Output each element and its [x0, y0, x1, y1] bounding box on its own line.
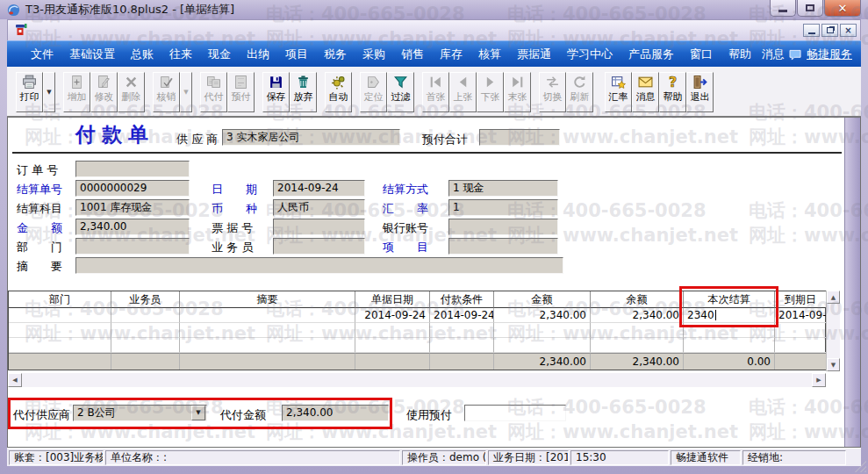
grid-cell[interactable]	[591, 338, 684, 353]
date-field[interactable]: 2014-09-24	[273, 180, 365, 197]
menu-item-总账[interactable]: 总账	[123, 42, 161, 67]
grid-header-cell[interactable]: 部门	[9, 291, 111, 308]
grid-cell[interactable]	[180, 308, 355, 323]
settle-method-field[interactable]: 1 现金	[448, 180, 558, 197]
grid-header-cell[interactable]: 本次结算	[684, 291, 775, 308]
resize-grip[interactable]	[855, 461, 866, 472]
grid-cell[interactable]	[430, 338, 494, 353]
grid-cell[interactable]	[180, 338, 355, 353]
grid-cell[interactable]: 2014-09-24	[355, 308, 430, 323]
grid-cell[interactable]	[355, 323, 430, 338]
menu-item-产品服务[interactable]: 产品服务	[621, 42, 682, 67]
grid-header-cell[interactable]: 金额	[494, 291, 591, 308]
grid-cell[interactable]	[9, 308, 111, 323]
menu-item-基础设置[interactable]: 基础设置	[61, 42, 123, 67]
scroll-up-button[interactable]: ▲	[827, 291, 840, 304]
dropdown-arrow-icon[interactable]: ▼	[191, 406, 205, 420]
grid-header-cell[interactable]: 单据日期	[355, 291, 430, 308]
supplier-field[interactable]: 3 实木家居公司	[222, 129, 400, 146]
vertical-scrollbar[interactable]: ▲ ▼	[826, 291, 840, 371]
menu-item-帮助[interactable]: 帮助	[721, 42, 759, 67]
grid-cell[interactable]	[9, 338, 111, 353]
scroll-left-button[interactable]: ◀	[8, 373, 22, 387]
bill-no-field[interactable]	[273, 219, 365, 235]
editing-cell-settlement-amount[interactable]: 2340	[684, 308, 775, 323]
menu-item-学习中心[interactable]: 学习中心	[559, 42, 621, 67]
toolbar-button-printer[interactable]: 打印	[16, 72, 43, 112]
toolbar-button-rate[interactable]: 汇率	[605, 72, 632, 112]
child-restore-button[interactable]	[821, 24, 838, 37]
menu-item-税务[interactable]: 税务	[316, 42, 355, 67]
currency-field[interactable]: 人民币	[273, 199, 365, 216]
grid-cell[interactable]: 2014-09-24	[775, 308, 827, 323]
child-close-button[interactable]: ×	[840, 24, 857, 37]
department-field[interactable]	[75, 238, 190, 255]
grid-header-cell[interactable]: 付款条件	[430, 291, 494, 308]
menu-item-销售[interactable]: 销售	[393, 42, 432, 67]
toolbar-button-auto[interactable]: 自动	[325, 72, 352, 112]
horizontal-scrollbar[interactable]: ◀ ▶	[8, 373, 826, 387]
copay-supplier-dropdown[interactable]: 2 B公司 ▼	[73, 405, 207, 421]
grid-header-cell[interactable]: 摘要	[180, 291, 355, 308]
grid-cell[interactable]	[355, 338, 430, 353]
settle-account-field[interactable]: 1001 库存现金	[75, 199, 190, 216]
summary-field[interactable]	[75, 257, 563, 274]
use-prepay-field[interactable]	[464, 405, 566, 421]
grid-header-cell[interactable]: 业务员	[111, 291, 180, 308]
toolbar-button-help[interactable]: ?帮助	[659, 72, 686, 112]
grid-cell[interactable]: 2,340.00	[591, 308, 684, 323]
grid-cell[interactable]	[180, 323, 355, 338]
toolbar-button-exit[interactable]: 退出	[686, 72, 714, 112]
order-no-field[interactable]	[75, 161, 190, 177]
menu-item-现金[interactable]: 现金	[200, 42, 239, 67]
maximize-button[interactable]	[797, 0, 823, 17]
amount-field[interactable]: 2,340.00	[75, 219, 190, 235]
message-menu-item[interactable]: 消息	[762, 47, 785, 62]
grid-cell[interactable]	[111, 308, 180, 323]
grid-cell[interactable]	[775, 323, 827, 338]
grid-cell[interactable]	[430, 323, 494, 338]
chanjet-service-link[interactable]: 畅捷服务	[807, 47, 852, 62]
menu-item-出纳[interactable]: 出纳	[239, 42, 277, 67]
salesman-field[interactable]	[273, 238, 365, 255]
menu-item-窗口[interactable]: 窗口	[682, 42, 721, 67]
exchange-rate-field[interactable]: 1	[448, 199, 558, 216]
settle-no-field[interactable]: 0000000029	[75, 180, 190, 197]
grid-cell[interactable]	[684, 338, 775, 353]
grid-cell[interactable]	[111, 323, 180, 338]
scroll-right-button[interactable]: ▶	[812, 373, 826, 387]
grid-cell[interactable]: 2,340.00	[494, 308, 591, 323]
grid-header-cell[interactable]: 到期日	[775, 291, 827, 308]
bank-account-field[interactable]	[448, 219, 558, 235]
grid-cell[interactable]	[9, 323, 111, 338]
menu-item-文件[interactable]: 文件	[23, 42, 61, 67]
grid-cell[interactable]: 2014-09-24	[430, 308, 494, 323]
grid-header-cell[interactable]: 余额	[591, 291, 684, 308]
close-button[interactable]: ✕	[824, 0, 861, 17]
grid-cell[interactable]	[111, 338, 180, 353]
toolbar-button-filter[interactable]: 过滤	[387, 72, 414, 112]
copay-amount-field[interactable]: 2,340.00	[282, 405, 389, 421]
grid-cell[interactable]	[684, 323, 775, 338]
scroll-down-button[interactable]: ▼	[827, 358, 840, 371]
grid-cell[interactable]	[775, 338, 827, 353]
grid-total-cell	[775, 353, 827, 370]
toolbar-button-message[interactable]: 消息	[632, 72, 659, 112]
grid-cell[interactable]	[494, 338, 591, 353]
menu-item-核算[interactable]: 核算	[470, 42, 509, 67]
prepay-total-field[interactable]	[479, 129, 560, 146]
grid-cell[interactable]	[591, 323, 684, 338]
toolbar-button-save[interactable]: 保存	[262, 72, 290, 112]
menu-item-采购[interactable]: 采购	[355, 42, 393, 67]
menu-item-票据通[interactable]: 票据通	[509, 42, 559, 67]
child-minimize-button[interactable]	[803, 24, 820, 37]
menu-item-项目[interactable]: 项目	[277, 42, 316, 67]
client-area: 付款单 供 应 商 3 实木家居公司 预付合计 订 单 号结算单号0000000…	[7, 117, 861, 448]
project-field[interactable]	[448, 238, 558, 255]
minimize-button[interactable]	[770, 0, 796, 17]
menu-item-往来[interactable]: 往来	[161, 42, 200, 67]
toolbar-button-trash[interactable]: 放弃	[290, 72, 317, 112]
menu-item-库存[interactable]: 库存	[432, 42, 470, 67]
toolbar-dropdown-printer[interactable]: ▼	[43, 72, 55, 112]
grid-cell[interactable]	[494, 323, 591, 338]
